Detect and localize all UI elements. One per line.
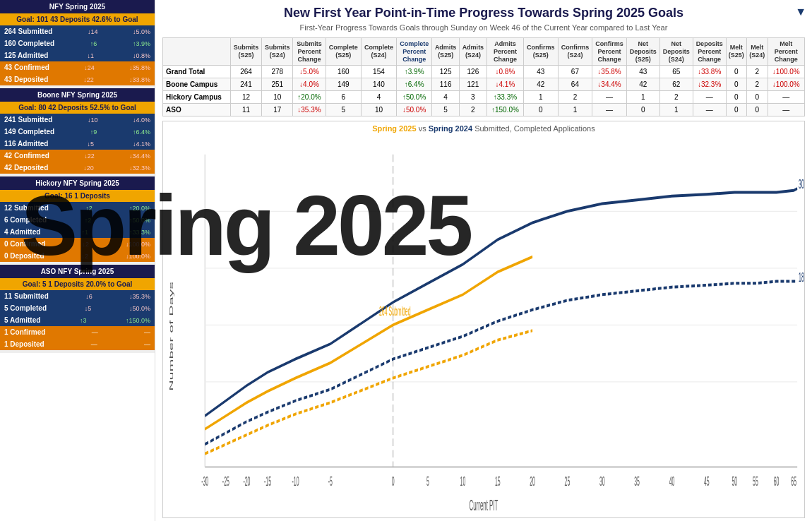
cell-2-10: 2 — [558, 91, 592, 104]
cell-0-15: 0 — [726, 66, 746, 78]
col-melt-s25: Melt(S25) — [726, 38, 746, 66]
cell-1-14: ↓32.3% — [693, 78, 726, 91]
cell-2-3: 6 — [326, 91, 361, 104]
filter-icon[interactable]: ▼ — [795, 6, 806, 18]
cell-0-6: 125 — [432, 66, 460, 78]
svg-text:5: 5 — [426, 474, 429, 489]
stat-pct: ↑6.4% — [133, 128, 150, 136]
svg-text:40: 40 — [669, 474, 675, 489]
stat-row-hickory-0: 12 Submitted↑2↑20.0% — [0, 202, 155, 214]
col-confirms-pct: ConfirmsPercentChange — [592, 38, 627, 66]
stat-label: 4 Admitted — [4, 228, 40, 236]
chart-title-rest: Submitted, Completed Applications — [474, 124, 595, 133]
stat-change: ↓22 — [84, 152, 95, 160]
stat-change: ↑2 — [85, 205, 92, 212]
stat-change: ↓14 — [88, 28, 98, 35]
cell-0-8: ↓0.8% — [486, 66, 523, 78]
cell-2-12: 1 — [626, 91, 659, 104]
stat-pct: ↓100.0% — [126, 253, 150, 260]
col-submits-s24: Submits(S24) — [262, 38, 293, 66]
section-header-aso: ASO NFY Spring 2025 — [0, 265, 155, 278]
col-melt-s24: Melt(S24) — [747, 38, 768, 66]
stat-label: 11 Submitted — [4, 292, 49, 300]
cell-2-5: ↑50.0% — [397, 91, 432, 104]
cell-1-12: 42 — [626, 78, 659, 91]
stat-row-nfy-3: 43 Confirmed↓24↓35.8% — [0, 61, 155, 73]
stat-row-aso-3: 1 Confirmed—— — [0, 326, 155, 338]
svg-text:-15: -15 — [264, 474, 271, 489]
stat-label: 6 Completed — [4, 216, 47, 224]
col-admits-s25: Admits(S25) — [432, 38, 460, 66]
stat-row-boone-3: 42 Confirmed↓22↓34.4% — [0, 150, 155, 162]
cell-0-11: ↓35.8% — [592, 66, 627, 78]
subtitle: First-Year Progress Towards Goals throug… — [162, 23, 805, 32]
cell-2-8: ↑33.3% — [486, 91, 523, 104]
cell-1-16: 2 — [747, 78, 768, 91]
cell-3-11: — — [592, 104, 627, 116]
stat-row-hickory-1: 6 Completed↑2↑50.0% — [0, 214, 155, 226]
cell-0-16: 2 — [747, 66, 768, 78]
cell-0-10: 67 — [558, 66, 592, 78]
cell-0-14: ↓33.8% — [693, 66, 726, 78]
col-header-label — [163, 38, 231, 66]
svg-text:50: 50 — [732, 474, 737, 489]
stat-change: ↓2 — [82, 241, 89, 248]
svg-text:10: 10 — [460, 474, 466, 489]
stat-pct: ↓5.0% — [133, 28, 150, 35]
stat-row-boone-1: 149 Completed↑9↑6.4% — [0, 126, 155, 138]
cell-0-12: 43 — [626, 66, 659, 78]
stat-row-nfy-1: 160 Completed↑6↑3.9% — [0, 37, 155, 49]
cell-3-13: 1 — [659, 104, 693, 116]
cell-2-9: 1 — [524, 91, 559, 104]
row-label-3: ASO — [163, 104, 231, 116]
cell-1-8: ↓4.1% — [486, 78, 523, 91]
main-content: ▼ New First Year Point-in-Time Progress … — [155, 0, 812, 521]
cell-1-3: 149 — [326, 78, 361, 91]
stat-row-hickory-2: 4 Admitted↑1↑33.3% — [0, 226, 155, 238]
stat-change: ↓20 — [83, 164, 94, 172]
cell-3-9: 0 — [524, 104, 559, 116]
stat-pct: ↑150.0% — [126, 317, 150, 324]
cell-1-9: 42 — [524, 78, 559, 91]
stat-change: ↑6 — [90, 40, 97, 47]
cell-3-3: 5 — [326, 104, 361, 116]
stat-pct: ↓0.8% — [133, 52, 150, 59]
cell-3-8: ↑150.0% — [486, 104, 523, 116]
table-row: Grand Total264278↓5.0%160154↑3.9%125126↓… — [163, 66, 805, 78]
col-submits-s25: Submits(S25) — [230, 38, 261, 66]
cell-3-1: 17 — [262, 104, 293, 116]
cell-2-11: — — [592, 91, 627, 104]
stat-row-hickory-4: 0 Deposited↓2↓100.0% — [0, 250, 155, 262]
svg-text:264 Submitted: 264 Submitted — [379, 304, 411, 318]
stat-pct: ↓35.3% — [129, 293, 150, 300]
stat-row-boone-4: 42 Deposited↓20↓32.3% — [0, 162, 155, 174]
svg-text:Number of Days: Number of Days — [167, 282, 174, 391]
cell-0-17: ↓100.0% — [768, 66, 804, 78]
stat-label: 5 Admitted — [4, 316, 40, 324]
section-header-boone: Boone NFY Spring 2025 — [0, 88, 155, 102]
svg-text:20: 20 — [530, 474, 535, 489]
stat-pct: ↓34.4% — [129, 152, 150, 160]
stat-pct: ↑20.0% — [129, 205, 150, 212]
cell-3-12: 0 — [626, 104, 659, 116]
cell-2-15: 0 — [726, 91, 746, 104]
svg-text:-5: -5 — [328, 474, 333, 489]
svg-text:300 *Submitted: 300 *Submitted — [799, 176, 804, 191]
cell-0-13: 65 — [659, 66, 693, 78]
stat-pct: ↓33.8% — [129, 76, 150, 83]
stat-change: ↑9 — [90, 128, 97, 136]
goal-bar-hickory: Goal: 16 1 Deposits — [0, 190, 155, 202]
cell-0-0: 264 — [230, 66, 261, 78]
col-admits-s24: Admits(S24) — [460, 38, 487, 66]
data-table: Submits(S25) Submits(S24) SubmitsPercent… — [162, 37, 805, 116]
stat-row-hickory-3: 0 Confirmed↓2↓100.0% — [0, 238, 155, 250]
goal-bar-boone: Goal: 80 42 Deposits 52.5% to Goal — [0, 102, 155, 114]
cell-3-4: 10 — [361, 104, 396, 116]
stat-change: ↑2 — [85, 217, 92, 224]
row-label-0: Grand Total — [163, 66, 231, 78]
cell-2-0: 12 — [230, 91, 261, 104]
cell-2-17: — — [768, 91, 804, 104]
row-label-1: Boone Campus — [163, 78, 231, 91]
goal-bar-nfy: Goal: 101 43 Deposits 42.6% to Goal — [0, 13, 155, 25]
cell-3-0: 11 — [230, 104, 261, 116]
